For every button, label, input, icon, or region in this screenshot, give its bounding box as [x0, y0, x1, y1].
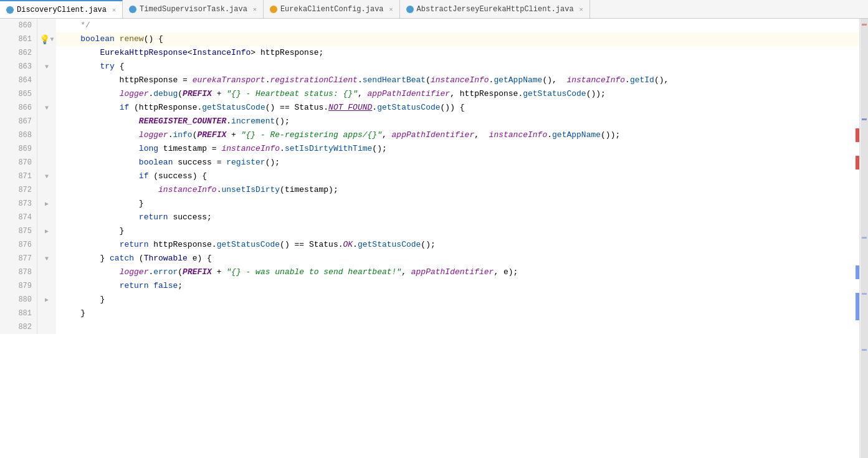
lightbulb-icon[interactable]: 💡	[39, 34, 50, 45]
tab-abstract-close[interactable]: ✕	[579, 6, 583, 13]
line-number: 876	[0, 238, 37, 252]
tab-eureka-config[interactable]: EurekaClientConfig.java ✕	[264, 0, 400, 19]
fold-arrow-866[interactable]	[45, 105, 49, 112]
fold-arrow-863[interactable]	[45, 64, 49, 70]
line-content: }	[56, 224, 856, 238]
tab-timed[interactable]: TimedSupervisorTask.java ✕	[123, 0, 264, 19]
fold-arrow-861[interactable]	[50, 36, 54, 43]
line-gutter	[37, 320, 56, 334]
line-content: }	[56, 307, 856, 320]
line-number: 871	[0, 169, 37, 183]
code-lines: 860 */ 861 💡 boolean renew() { 862	[0, 19, 859, 334]
line-number: 865	[0, 87, 37, 101]
fold-arrow-875[interactable]	[45, 227, 49, 235]
line-number: 878	[0, 265, 37, 279]
line-content: return false;	[56, 279, 856, 293]
line-number: 881	[0, 307, 37, 320]
line-row: 872 instanceInfo.unsetIsDirty(timestamp)…	[0, 183, 859, 197]
tab-bar: DiscoveryClient.java ✕ TimedSupervisorTa…	[0, 0, 868, 19]
line-number: 872	[0, 183, 37, 197]
line-row: 874 return success;	[0, 211, 859, 224]
line-row: 877 } catch (Throwable e) {	[0, 252, 859, 265]
line-content: httpResponse = eurekaTransport.registrat…	[56, 74, 856, 87]
line-row: 881 }	[0, 307, 859, 320]
line-gutter	[37, 252, 56, 265]
line-gutter	[37, 156, 56, 169]
line-row: 869 long timestamp = instanceInfo.setIsD…	[0, 142, 859, 156]
tab-timed-label: TimedSupervisorTask.java	[140, 5, 247, 14]
line-row: 864 httpResponse = eurekaTransport.regis…	[0, 74, 859, 87]
line-gutter	[37, 279, 56, 293]
line-number: 874	[0, 211, 37, 224]
line-content: logger.debug(PREFIX + "{} - Heartbeat st…	[56, 87, 856, 101]
line-number: 869	[0, 142, 37, 156]
line-gutter	[37, 169, 56, 183]
line-gutter	[37, 183, 56, 197]
line-content: if (httpResponse.getStatusCode() == Stat…	[56, 101, 856, 115]
line-content: REREGISTER_COUNTER.increment();	[56, 115, 856, 128]
line-gutter	[37, 238, 56, 252]
line-content: }	[56, 197, 856, 211]
line-content: instanceInfo.unsetIsDirty(timestamp);	[56, 183, 856, 197]
line-number: 870	[0, 156, 37, 169]
line-gutter	[37, 115, 56, 128]
line-gutter	[37, 101, 56, 115]
fold-arrow-871[interactable]	[45, 173, 49, 180]
line-number: 867	[0, 115, 37, 128]
line-number: 866	[0, 101, 37, 115]
line-row: 870 boolean success = register();	[0, 156, 859, 169]
line-gutter	[37, 87, 56, 101]
line-row: 862 EurekaHttpResponse<InstanceInfo> htt…	[0, 46, 859, 60]
editor-container: 860 */ 861 💡 boolean renew() { 862	[0, 19, 868, 458]
fold-arrow-880[interactable]	[45, 296, 49, 303]
line-number: 861	[0, 32, 37, 46]
line-number: 882	[0, 320, 37, 334]
line-row: 861 💡 boolean renew() {	[0, 32, 859, 46]
line-content: }	[56, 293, 856, 307]
line-row: 882	[0, 320, 859, 334]
line-gutter	[37, 142, 56, 156]
line-gutter: 💡	[37, 32, 56, 46]
line-number: 868	[0, 128, 37, 142]
line-row: 863 try {	[0, 60, 859, 74]
line-gutter	[37, 46, 56, 60]
line-row: 873 }	[0, 197, 859, 211]
line-row: 871 if (success) {	[0, 169, 859, 183]
line-row: 868 logger.info(PREFIX + "{} - Re-regist…	[0, 128, 859, 142]
line-gutter	[37, 293, 56, 307]
line-content: } catch (Throwable e) {	[56, 252, 856, 265]
line-gutter	[37, 74, 56, 87]
line-content: if (success) {	[56, 169, 856, 183]
right-gutter	[859, 19, 868, 458]
line-content: return success;	[56, 211, 856, 224]
line-row: 867 REREGISTER_COUNTER.increment();	[0, 115, 859, 128]
fold-arrow-877[interactable]	[45, 255, 49, 262]
line-gutter	[37, 60, 56, 74]
line-content: try {	[56, 60, 856, 74]
tab-abstract-label: AbstractJerseyEurekaHttpClient.java	[417, 5, 574, 14]
line-number: 873	[0, 197, 37, 211]
line-gutter	[37, 197, 56, 211]
tab-abstract[interactable]: AbstractJerseyEurekaHttpClient.java ✕	[400, 0, 590, 19]
line-row: 879 return false;	[0, 279, 859, 293]
tab-discovery-label: DiscoveryClient.java	[17, 6, 107, 14]
line-number: 879	[0, 279, 37, 293]
scrollbar-thumb[interactable]	[861, 19, 868, 458]
tab-discovery[interactable]: DiscoveryClient.java ✕	[0, 0, 123, 19]
line-row: 866 if (httpResponse.getStatusCode() == …	[0, 101, 859, 115]
line-content: boolean success = register();	[56, 156, 856, 169]
line-content: */	[56, 19, 856, 32]
line-number: 860	[0, 19, 37, 32]
line-number: 862	[0, 46, 37, 60]
fold-arrow-873[interactable]	[45, 200, 49, 208]
code-area[interactable]: 860 */ 861 💡 boolean renew() { 862	[0, 19, 859, 458]
line-content: EurekaHttpResponse<InstanceInfo> httpRes…	[56, 46, 856, 60]
tab-eureka-config-close[interactable]: ✕	[389, 6, 393, 13]
tab-timed-close[interactable]: ✕	[253, 6, 257, 13]
line-row: 876 return httpResponse.getStatusCode() …	[0, 238, 859, 252]
line-content: logger.info(PREFIX + "{} - Re-registerin…	[56, 128, 856, 142]
line-number: 875	[0, 224, 37, 238]
line-row: 860 */	[0, 19, 859, 32]
tab-discovery-close[interactable]: ✕	[112, 6, 116, 14]
line-row: 878 logger.error(PREFIX + "{} - was unab…	[0, 265, 859, 279]
